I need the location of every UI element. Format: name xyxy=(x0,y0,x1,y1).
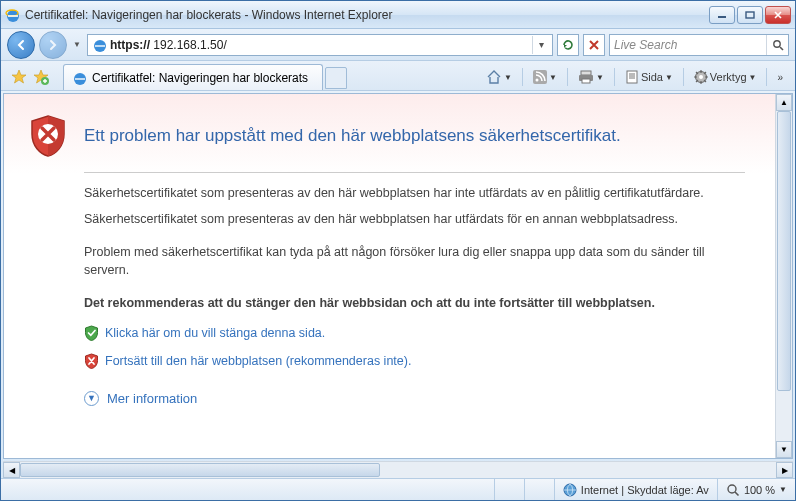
svg-rect-12 xyxy=(582,79,590,83)
more-info-label: Mer information xyxy=(107,391,197,406)
address-text[interactable]: https:// 192.168.1.50/ xyxy=(110,38,532,52)
cert-risk-warning: Problem med säkerhetscertifikat kan tyda… xyxy=(84,244,745,279)
scroll-left-button[interactable]: ◀ xyxy=(3,462,20,478)
expand-icon: ▼ xyxy=(84,391,99,406)
url-scheme: https:// xyxy=(110,38,150,52)
tab-bar: Certifikatfel: Navigeringen har blockera… xyxy=(1,61,795,91)
search-box[interactable]: Live Search xyxy=(609,34,789,56)
svg-rect-13 xyxy=(627,71,637,83)
toolbar-chevron[interactable]: » xyxy=(773,70,787,85)
tools-menu-button[interactable]: Verktyg ▼ xyxy=(690,68,761,86)
horizontal-scrollbar[interactable]: ◀ ▶ xyxy=(3,461,793,478)
svg-point-5 xyxy=(773,40,779,46)
url-host: 192.168.1.50/ xyxy=(150,38,227,52)
ie-window: Certifikatfel: Navigeringen har blockera… xyxy=(0,0,796,501)
forward-button[interactable] xyxy=(39,31,67,59)
shield-error-icon xyxy=(28,114,68,158)
stop-button[interactable] xyxy=(583,34,605,56)
status-cell-empty1 xyxy=(495,479,525,500)
security-zone[interactable]: Internet | Skyddat läge: Av xyxy=(555,479,718,500)
continue-row: Fortsätt till den här webbplatsen (rekom… xyxy=(84,353,745,369)
close-page-row: Klicka här om du vill stänga denna sida. xyxy=(84,325,745,341)
divider xyxy=(84,172,745,173)
feeds-button[interactable]: ▼ xyxy=(529,68,561,86)
cert-issuer-warning: Säkerhetscertifikatet som presenteras av… xyxy=(84,185,745,203)
maximize-button[interactable] xyxy=(737,6,763,24)
svg-rect-3 xyxy=(746,12,754,18)
search-placeholder: Live Search xyxy=(610,38,766,52)
shield-warn-icon xyxy=(84,353,99,369)
page-heading: Ett problem har uppstått med den här web… xyxy=(84,114,621,146)
cert-error-page-icon xyxy=(92,37,108,53)
zoom-control[interactable]: 100 % ▼ xyxy=(718,483,795,497)
scroll-right-button[interactable]: ▶ xyxy=(776,462,793,478)
shield-ok-icon xyxy=(84,325,99,341)
zoom-value: 100 % xyxy=(744,484,775,496)
viewport: Ett problem har uppstått med den här web… xyxy=(3,93,793,459)
scroll-down-button[interactable]: ▼ xyxy=(776,441,792,458)
continue-link[interactable]: Fortsätt till den här webbplatsen (rekom… xyxy=(105,354,411,368)
tools-menu-label: Verktyg xyxy=(710,71,747,83)
page-menu-button[interactable]: Sida ▼ xyxy=(621,68,677,86)
address-dropdown[interactable]: ▾ xyxy=(532,36,550,54)
address-bar[interactable]: https:// 192.168.1.50/ ▾ xyxy=(87,34,553,56)
svg-rect-2 xyxy=(718,16,726,18)
zoom-icon xyxy=(726,483,740,497)
svg-point-15 xyxy=(699,75,703,79)
status-bar: Internet | Skyddat läge: Av 100 % ▼ xyxy=(1,478,795,500)
home-button[interactable]: ▼ xyxy=(482,67,516,87)
status-cell-empty2 xyxy=(525,479,555,500)
back-button[interactable] xyxy=(7,31,35,59)
close-page-link[interactable]: Klicka här om du vill stänga denna sida. xyxy=(105,326,325,340)
add-to-favorites-icon[interactable] xyxy=(31,67,51,87)
tab-active[interactable]: Certifikatfel: Navigeringen har blockera… xyxy=(63,64,323,90)
scroll-up-button[interactable]: ▲ xyxy=(776,94,792,111)
zoom-dropdown-icon[interactable]: ▼ xyxy=(779,485,787,494)
close-button[interactable] xyxy=(765,6,791,24)
tab-title: Certifikatfel: Navigeringen har blockera… xyxy=(92,71,308,85)
page-menu-label: Sida xyxy=(641,71,663,83)
new-tab-button[interactable] xyxy=(325,67,347,89)
nav-bar: ▼ https:// 192.168.1.50/ ▾ Live Search xyxy=(1,29,795,61)
svg-rect-10 xyxy=(581,71,591,75)
cert-address-warning: Säkerhetscertifikatet som presenteras av… xyxy=(84,211,745,229)
hscroll-thumb[interactable] xyxy=(20,463,380,477)
cert-recommendation: Det rekommenderas att du stänger den här… xyxy=(84,295,745,313)
nav-history-dropdown[interactable]: ▼ xyxy=(71,35,83,55)
cert-error-page: Ett problem har uppstått med den här web… xyxy=(4,94,775,458)
tab-page-icon xyxy=(72,70,88,86)
status-spacer xyxy=(1,479,495,500)
refresh-button[interactable] xyxy=(557,34,579,56)
ie-logo-icon xyxy=(5,7,21,23)
print-button[interactable]: ▼ xyxy=(574,68,608,86)
favorites-star-icon[interactable] xyxy=(9,67,29,87)
command-bar: ▼ ▼ ▼ Sida ▼ Verktyg ▼ xyxy=(482,64,791,90)
more-info-toggle[interactable]: ▼ Mer information xyxy=(84,391,745,406)
svg-point-9 xyxy=(536,79,539,82)
search-button[interactable] xyxy=(766,35,788,55)
window-title: Certifikatfel: Navigeringen har blockera… xyxy=(25,8,709,22)
scroll-thumb[interactable] xyxy=(777,111,791,391)
zone-text: Internet | Skyddat läge: Av xyxy=(581,484,709,496)
titlebar: Certifikatfel: Navigeringen har blockera… xyxy=(1,1,795,29)
minimize-button[interactable] xyxy=(709,6,735,24)
internet-zone-icon xyxy=(563,483,577,497)
vertical-scrollbar[interactable]: ▲ ▼ xyxy=(775,94,792,458)
svg-point-18 xyxy=(728,485,736,493)
